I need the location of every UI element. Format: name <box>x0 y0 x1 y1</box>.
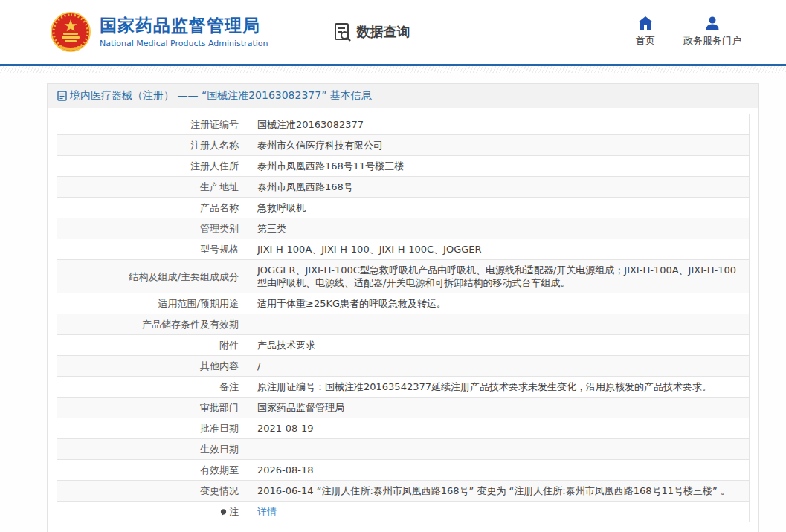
note-icon <box>220 509 227 516</box>
row-label: 审批部门 <box>57 398 248 418</box>
row-label: 附件 <box>57 335 248 356</box>
row-label: 生产地址 <box>57 177 248 198</box>
home-icon <box>638 16 653 30</box>
row-label-text: 变更情况 <box>200 485 239 496</box>
row-value-text: 泰州市久信医疗科技有限公司 <box>257 140 383 151</box>
row-label-text: 生效日期 <box>200 444 239 455</box>
page-header: 国家药品监督管理局 National Medical Products Admi… <box>0 0 786 64</box>
header-stripe-band <box>0 66 786 73</box>
table-row: 其他内容/ <box>57 356 750 377</box>
row-value: 2026-08-18 <box>248 460 750 481</box>
row-label: 变更情况 <box>57 481 248 502</box>
row-label-text: 注 <box>229 506 239 517</box>
row-value-text: 泰州市凤凰西路168号 <box>257 181 353 192</box>
header-nav: 首页 政务服务门户 <box>636 16 741 48</box>
table-row: 注册人住所泰州市凤凰西路168号11号楼三楼 <box>57 156 750 177</box>
data-query-label: 数据查询 <box>356 23 410 41</box>
row-value-text: 国械注准20163082377 <box>257 119 364 130</box>
table-row: 生效日期 <box>57 439 750 460</box>
nav-item-label: 政务服务门户 <box>683 34 741 48</box>
row-label-text: 管理类别 <box>200 223 239 234</box>
document-icon <box>57 91 67 101</box>
table-body: 注册证编号国械注准20163082377注册人名称泰州市久信医疗科技有限公司注册… <box>57 114 750 522</box>
row-value-text: JIXI-H-100A、JIXI-H-100、JIXI-H-100C、JOGGE… <box>257 244 482 255</box>
row-value: 急救呼吸机 <box>248 198 750 218</box>
detail-link[interactable]: 详情 <box>257 506 277 517</box>
row-label-text: 结构及组成/主要组成成分 <box>129 271 239 282</box>
site-subtitle: National Medical Products Administration <box>100 39 268 48</box>
site-title: 国家药品监督管理局 <box>100 16 268 36</box>
row-value: 产品技术要求 <box>248 335 750 356</box>
table-row: 注详情 <box>57 502 750 522</box>
table-row: 备注原注册证编号：国械注准20163542377延续注册产品技术要求未发生变化，… <box>57 377 750 398</box>
row-value: 适用于体重≥25KG患者的呼吸急救及转运。 <box>248 293 750 314</box>
table-row: 型号规格JIXI-H-100A、JIXI-H-100、JIXI-H-100C、J… <box>57 239 750 260</box>
user-icon <box>705 16 720 30</box>
content-panel: 境内医疗器械（注册） —— “国械注准20163082377” 基本信息 注册证… <box>47 83 759 532</box>
row-value-text: 原注册证编号：国械注准20163542377延续注册产品技术要求未发生变化，沿用… <box>257 381 712 392</box>
row-label-text: 其他内容 <box>200 360 239 372</box>
row-label-text: 适用范围/预期用途 <box>158 298 239 309</box>
site-logo[interactable]: 国家药品监督管理局 National Medical Products Admi… <box>51 12 268 52</box>
registration-info-table: 注册证编号国械注准20163082377注册人名称泰州市久信医疗科技有限公司注册… <box>57 114 750 522</box>
logo-text: 国家药品监督管理局 National Medical Products Admi… <box>100 16 268 48</box>
row-label-text: 有效期至 <box>200 464 239 476</box>
row-label: 产品名称 <box>57 198 248 218</box>
row-label: 批准日期 <box>57 418 248 439</box>
nav-item-label: 首页 <box>636 34 655 48</box>
page-title: 境内医疗器械（注册） —— “国械注准20163082377” 基本信息 <box>70 89 372 103</box>
row-label: 备注 <box>57 377 248 398</box>
table-row: 生产地址泰州市凤凰西路168号 <box>57 177 750 198</box>
row-label-text: 生产地址 <box>200 181 239 192</box>
row-value-text: JOGGER、JIXI-H-100C型急救呼吸机产品由呼吸机、电源线和适配器/开… <box>257 265 736 288</box>
row-value: / <box>248 356 750 377</box>
row-label: 生效日期 <box>57 439 248 460</box>
row-label-text: 审批部门 <box>200 402 239 413</box>
row-value <box>248 314 750 335</box>
row-label-text: 备注 <box>219 381 239 392</box>
row-value-text: / <box>257 360 260 372</box>
row-value: 第三类 <box>248 218 750 239</box>
table-row: 管理类别第三类 <box>57 218 750 239</box>
table-row: 有效期至2026-08-18 <box>57 460 750 481</box>
row-label-text: 型号规格 <box>200 244 239 255</box>
table-row: 注册证编号国械注准20163082377 <box>57 114 750 135</box>
table-row: 适用范围/预期用途适用于体重≥25KG患者的呼吸急救及转运。 <box>57 293 750 314</box>
row-value-text: 2026-08-18 <box>257 464 314 476</box>
row-value: 原注册证编号：国械注准20163542377延续注册产品技术要求未发生变化，沿用… <box>248 377 750 398</box>
row-value-text: 适用于体重≥25KG患者的呼吸急救及转运。 <box>257 298 446 309</box>
row-value: 国械注准20163082377 <box>248 114 750 135</box>
row-label-text: 注册证编号 <box>190 119 239 130</box>
nav-item-home[interactable]: 首页 <box>636 16 655 48</box>
row-label-text: 产品名称 <box>200 202 239 213</box>
row-value: JOGGER、JIXI-H-100C型急救呼吸机产品由呼吸机、电源线和适配器/开… <box>248 260 750 293</box>
row-label: 适用范围/预期用途 <box>57 293 248 314</box>
row-value: JIXI-H-100A、JIXI-H-100、JIXI-H-100C、JOGGE… <box>248 239 750 260</box>
row-label: 型号规格 <box>57 239 248 260</box>
table-row: 产品储存条件及有效期 <box>57 314 750 335</box>
table-row: 变更情况2016-06-14 “注册人住所:泰州市凤凰西路168号” 变更为 “… <box>57 481 750 502</box>
nav-item-portal[interactable]: 政务服务门户 <box>683 16 741 48</box>
table-row: 产品名称急救呼吸机 <box>57 198 750 218</box>
row-label: 有效期至 <box>57 460 248 481</box>
row-value: 2016-06-14 “注册人住所:泰州市凤凰西路168号” 变更为 “注册人住… <box>248 481 750 502</box>
row-label-text: 批准日期 <box>200 423 239 434</box>
panel-title-bar: 境内医疗器械（注册） —— “国械注准20163082377” 基本信息 <box>48 84 758 108</box>
row-label-text: 附件 <box>219 340 239 351</box>
row-label-text: 注册人住所 <box>190 160 239 172</box>
row-value: 详情 <box>248 502 750 522</box>
row-value-text: 国家药品监督管理局 <box>257 402 344 413</box>
row-label: 产品储存条件及有效期 <box>57 314 248 335</box>
table-row: 附件产品技术要求 <box>57 335 750 356</box>
national-emblem-icon <box>51 12 91 52</box>
row-label: 注册证编号 <box>57 114 248 135</box>
row-value: 泰州市凤凰西路168号 <box>248 177 750 198</box>
table-row: 批准日期2021-08-19 <box>57 418 750 439</box>
row-label: 管理类别 <box>57 218 248 239</box>
row-value: 2021-08-19 <box>248 418 750 439</box>
table-row: 审批部门国家药品监督管理局 <box>57 398 750 418</box>
data-query-nav[interactable]: 数据查询 <box>333 22 410 42</box>
row-value-text: 2021-08-19 <box>257 423 314 434</box>
row-value-text: 2016-06-14 “注册人住所:泰州市凤凰西路168号” 变更为 “注册人住… <box>257 485 730 496</box>
row-value: 泰州市久信医疗科技有限公司 <box>248 135 750 156</box>
